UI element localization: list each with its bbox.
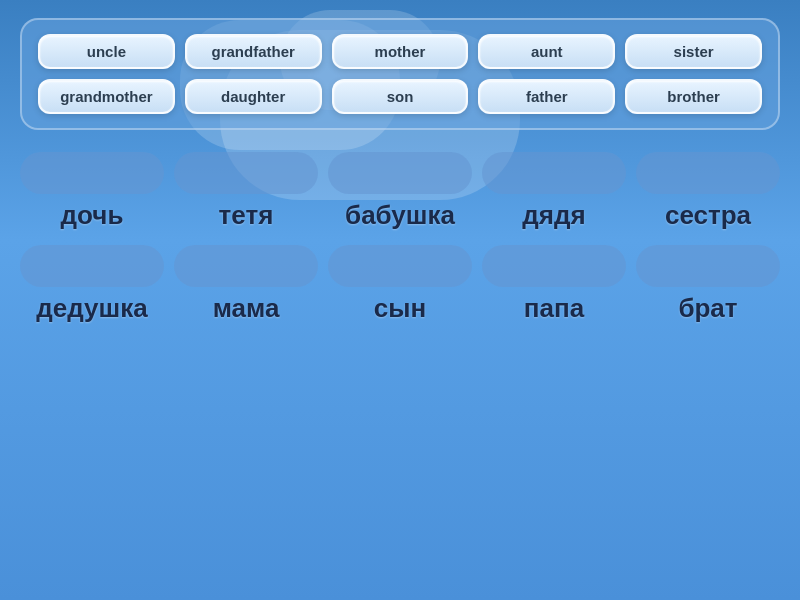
drop-zone-1-1[interactable] — [20, 152, 164, 194]
main-content: uncle grandfather mother aunt sister gra… — [0, 0, 800, 356]
word-chip-daughter[interactable]: daughter — [185, 79, 322, 114]
word-chip-grandmother[interactable]: grandmother — [38, 79, 175, 114]
word-chip-father[interactable]: father — [478, 79, 615, 114]
word-bank-row-2: grandmother daughter son father brother — [38, 79, 762, 114]
russian-row-1: дочь тетя бабушка дядя сестра — [20, 200, 780, 231]
word-chip-uncle[interactable]: uncle — [38, 34, 175, 69]
drop-zone-1-4[interactable] — [482, 152, 626, 194]
drop-zone-2-2[interactable] — [174, 245, 318, 287]
russian-label-doch: дочь — [20, 200, 164, 231]
drop-zone-row-1 — [20, 152, 780, 194]
russian-label-dedushka: дедушка — [20, 293, 164, 324]
word-chip-sister[interactable]: sister — [625, 34, 762, 69]
russian-label-syn: сын — [328, 293, 472, 324]
drop-zone-1-5[interactable] — [636, 152, 780, 194]
word-bank-row-1: uncle grandfather mother aunt sister — [38, 34, 762, 69]
drop-zone-2-4[interactable] — [482, 245, 626, 287]
word-bank: uncle grandfather mother aunt sister gra… — [20, 18, 780, 130]
russian-row-2: дедушка мама сын папа брат — [20, 293, 780, 324]
word-chip-mother[interactable]: mother — [332, 34, 469, 69]
drop-zone-2-1[interactable] — [20, 245, 164, 287]
word-chip-son[interactable]: son — [332, 79, 469, 114]
russian-label-papa: папа — [482, 293, 626, 324]
russian-label-dyadya: дядя — [482, 200, 626, 231]
drop-zone-2-5[interactable] — [636, 245, 780, 287]
russian-label-tetya: тетя — [174, 200, 318, 231]
drop-zone-1-3[interactable] — [328, 152, 472, 194]
word-chip-brother[interactable]: brother — [625, 79, 762, 114]
word-chip-grandfather[interactable]: grandfather — [185, 34, 322, 69]
drop-zone-row-2 — [20, 245, 780, 287]
word-chip-aunt[interactable]: aunt — [478, 34, 615, 69]
drop-zone-2-3[interactable] — [328, 245, 472, 287]
russian-label-brat: брат — [636, 293, 780, 324]
russian-label-babushka: бабушка — [328, 200, 472, 231]
russian-label-sestra: сестра — [636, 200, 780, 231]
russian-label-mama: мама — [174, 293, 318, 324]
drop-zone-1-2[interactable] — [174, 152, 318, 194]
